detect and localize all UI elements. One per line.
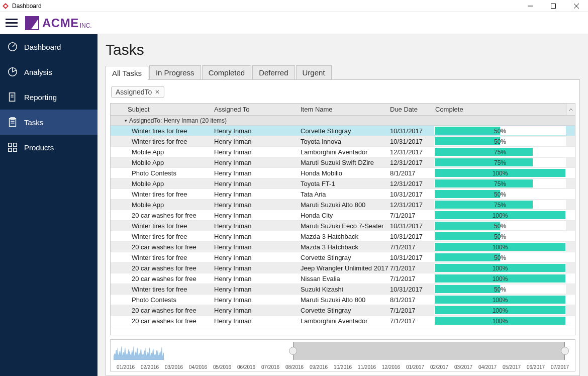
group-label: AssignedTo: Henry Inman (20 items) — [129, 117, 227, 124]
maximize-button[interactable] — [542, 0, 565, 12]
expand-icon: ▾ — [125, 118, 127, 123]
timeline-tick: 06/2017 — [524, 364, 548, 370]
minimize-button[interactable] — [519, 0, 542, 12]
document-icon — [7, 91, 18, 103]
table-row[interactable]: Winter tires for freeHenry InmanSuzuki K… — [111, 284, 575, 295]
svg-rect-3 — [551, 4, 556, 8]
timeline-tick: 02/2017 — [427, 364, 451, 370]
scroll-up-icon[interactable] — [566, 104, 575, 115]
sidebar-item-dashboard[interactable]: Dashboard — [0, 34, 97, 59]
gauge-icon — [7, 41, 18, 52]
table-row[interactable]: 20 car washes for freeHenry InmanJeep Wr… — [111, 263, 575, 273]
col-header-assigned[interactable]: Assigned To — [214, 106, 301, 113]
tab-all-tasks[interactable]: All Tasks — [106, 66, 148, 80]
timeline-tick: 01/2017 — [403, 364, 427, 370]
grid-body[interactable]: ▾AssignedTo: Henry Inman (20 items)Winte… — [111, 116, 575, 335]
sidebar-item-products[interactable]: Products — [0, 135, 97, 160]
svg-rect-17 — [9, 148, 12, 151]
timeline[interactable]: 01/201602/201603/201604/201605/201606/20… — [110, 339, 575, 371]
table-row[interactable]: Winter tires for freeHenry InmanToyota I… — [111, 136, 575, 147]
brand-logo: ACME INC. — [25, 16, 92, 30]
tab-deferred[interactable]: Deferred — [252, 65, 295, 79]
timeline-tick: 11/2016 — [355, 364, 379, 370]
table-row[interactable]: Winter tires for freeHenry InmanMaruti S… — [111, 221, 575, 231]
timeline-tick: 03/2017 — [451, 364, 475, 370]
progress-bar: 50% — [434, 253, 566, 262]
progress-bar: 100% — [434, 263, 566, 272]
sidebar-item-reporting[interactable]: Reporting — [0, 84, 97, 110]
table-row[interactable]: Winter tires for freeHenry InmanCorvette… — [111, 252, 575, 263]
titlebar: Dashboard — [0, 0, 588, 12]
col-header-subject[interactable]: Subject — [125, 106, 214, 113]
timeline-tick: 01/2016 — [114, 364, 138, 370]
svg-rect-16 — [14, 143, 17, 146]
filter-bar: AssignedTo ✕ — [110, 84, 575, 100]
progress-bar: 50% — [434, 285, 566, 294]
progress-bar: 100% — [434, 168, 566, 177]
progress-bar: 50% — [434, 137, 566, 146]
close-button[interactable] — [565, 0, 588, 12]
remove-chip-icon[interactable]: ✕ — [155, 88, 160, 96]
table-row[interactable]: Mobile AppHenry InmanMaruti Suzuki Swift… — [111, 157, 575, 168]
sidebar-item-label: Dashboard — [24, 43, 61, 51]
brand-name: ACME — [42, 16, 79, 30]
app-icon — [2, 3, 9, 10]
progress-bar: 75% — [434, 158, 566, 167]
timeline-selection[interactable] — [293, 342, 564, 360]
hamburger-menu[interactable] — [4, 16, 19, 31]
tab-urgent[interactable]: Urgent — [296, 65, 332, 79]
table-row[interactable]: Winter tires for freeHenry InmanCorvette… — [111, 126, 575, 136]
table-row[interactable]: Mobile AppHenry InmanLamborghini Aventad… — [111, 147, 575, 157]
svg-rect-18 — [14, 148, 17, 151]
clipboard-icon — [7, 117, 18, 128]
group-row[interactable]: ▾AssignedTo: Henry Inman (20 items) — [111, 116, 575, 126]
brand-mark-icon — [25, 16, 39, 30]
timeline-tick: 10/2016 — [331, 364, 355, 370]
timeline-tick: 02/2016 — [138, 364, 162, 370]
tab-panel: AssignedTo ✕ Subject Assigned To Item Na… — [106, 80, 580, 376]
timeline-tick: 06/2016 — [234, 364, 258, 370]
svg-point-1 — [5, 5, 7, 7]
window-title: Dashboard — [11, 3, 519, 10]
timeline-tick: 07/2017 — [548, 364, 572, 370]
tab-in-progress[interactable]: In Progress — [149, 65, 201, 79]
progress-bar: 50% — [434, 221, 566, 230]
table-row[interactable]: Photo ContestsHenry InmanHonda Mobilio8/… — [111, 168, 575, 178]
grid-header: Subject Assigned To Item Name Due Date C… — [111, 104, 575, 116]
table-row[interactable]: 20 car washes for freeHenry InmanCorvett… — [111, 305, 575, 316]
filter-chip-assignedto[interactable]: AssignedTo ✕ — [111, 86, 164, 98]
content-area: Tasks All TasksIn ProgressCompletedDefer… — [97, 34, 588, 376]
col-header-item[interactable]: Item Name — [301, 106, 390, 113]
table-row[interactable]: Mobile AppHenry InmanMaruti Suzuki Alto … — [111, 200, 575, 210]
brand-suffix: INC. — [80, 22, 92, 30]
progress-bar: 75% — [434, 200, 566, 209]
timeline-handle-end[interactable] — [561, 347, 569, 355]
sidebar-item-tasks[interactable]: Tasks — [0, 110, 97, 135]
progress-bar: 100% — [434, 242, 566, 251]
table-row[interactable]: Winter tires for freeHenry InmanTata Ari… — [111, 189, 575, 200]
table-row[interactable]: Photo ContestsHenry InmanMaruti Suzuki A… — [111, 295, 575, 305]
timeline-tick: 09/2016 — [307, 364, 331, 370]
progress-bar: 75% — [434, 179, 566, 188]
table-row[interactable]: 20 car washes for freeHenry InmanLamborg… — [111, 316, 575, 326]
col-header-due[interactable]: Due Date — [390, 106, 434, 113]
sidebar-item-label: Reporting — [24, 93, 57, 102]
progress-bar: 50% — [434, 232, 566, 241]
progress-bar: 100% — [434, 274, 566, 283]
piechart-icon — [7, 66, 18, 77]
table-row[interactable]: 20 car washes for freeHenry InmanMazda 3… — [111, 242, 575, 252]
progress-bar: 50% — [434, 190, 566, 199]
table-row[interactable]: Mobile AppHenry InmanToyota FT-112/31/20… — [111, 178, 575, 189]
progress-bar: 75% — [434, 147, 566, 156]
sidebar-item-analysis[interactable]: Analysis — [0, 59, 97, 84]
table-row[interactable]: Winter tires for freeHenry InmanMazda 3 … — [111, 231, 575, 242]
table-row[interactable]: 20 car washes for freeHenry InmanHonda C… — [111, 210, 575, 221]
sidebar-item-label: Products — [24, 143, 54, 152]
timeline-tick: 05/2017 — [500, 364, 524, 370]
timeline-sparkline — [114, 342, 164, 360]
grid-icon — [7, 142, 18, 153]
data-grid: Subject Assigned To Item Name Due Date C… — [110, 103, 575, 335]
table-row[interactable]: 20 car washes for freeHenry InmanNissan … — [111, 273, 575, 284]
tab-completed[interactable]: Completed — [202, 65, 252, 79]
col-header-complete[interactable]: Complete — [434, 106, 566, 113]
